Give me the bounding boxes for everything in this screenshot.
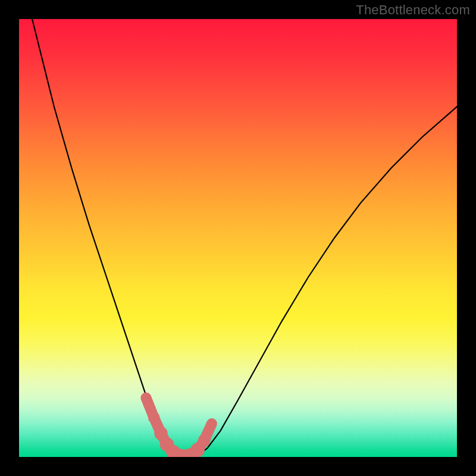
plot-area	[19, 19, 457, 457]
chart-svg-layer	[19, 19, 457, 457]
valley-marker-dot	[207, 419, 216, 428]
valley-marker-dot	[148, 412, 160, 424]
chart-frame: TheBottleneck.com	[0, 0, 476, 476]
valley-marker-dot	[198, 434, 211, 447]
bottleneck-curve	[32, 19, 457, 457]
valley-marker-dot	[142, 393, 151, 402]
valley-marker-group	[142, 393, 217, 457]
watermark-text: TheBottleneck.com	[356, 2, 470, 18]
